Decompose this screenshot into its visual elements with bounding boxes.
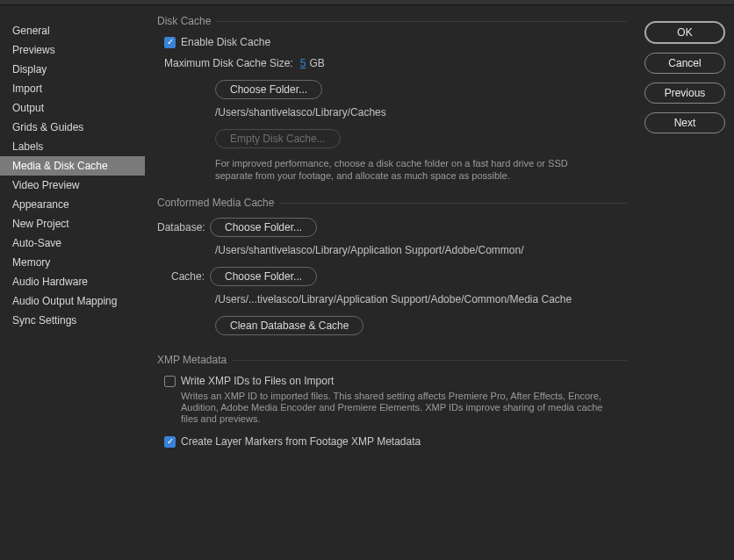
sidebar-item-display[interactable]: Display (0, 60, 145, 79)
conformed-media-cache-panel: Conformed Media Cache Database: Choose F… (157, 203, 627, 355)
enable-disk-cache-checkbox[interactable] (164, 37, 176, 48)
empty-disk-cache-button[interactable]: Empty Disk Cache... (215, 129, 341, 148)
sidebar-item-auto-save[interactable]: Auto-Save (0, 233, 145, 253)
ok-button[interactable]: OK (644, 21, 725, 44)
sidebar-item-media-disk-cache[interactable]: Media & Disk Cache (0, 156, 145, 176)
cache-choose-folder-button[interactable]: Choose Folder... (210, 267, 317, 286)
database-path: /Users/shantivelasco/Library/Application… (215, 241, 627, 263)
database-label: Database: (157, 221, 210, 233)
write-xmp-ids-checkbox[interactable] (164, 376, 176, 387)
max-cache-size-label: Maximum Disk Cache Size: (164, 57, 293, 69)
write-xmp-ids-label: Write XMP IDs to Files on Import (181, 375, 334, 387)
clean-database-cache-button[interactable]: Clean Database & Cache (215, 316, 363, 335)
previous-button[interactable]: Previous (644, 83, 725, 104)
database-choose-folder-button[interactable]: Choose Folder... (210, 218, 317, 237)
sidebar-item-appearance[interactable]: Appearance (0, 195, 145, 214)
sidebar-item-memory[interactable]: Memory (0, 253, 145, 272)
next-button[interactable]: Next (644, 112, 725, 133)
cache-path: /Users/...tivelasco/Library/Application … (215, 290, 627, 312)
disk-cache-help: For improved performance, choose a disk … (215, 157, 601, 182)
sidebar-item-previews[interactable]: Previews (0, 40, 145, 60)
create-layer-markers-label: Create Layer Markers from Footage XMP Me… (181, 435, 421, 448)
disk-cache-choose-folder-button[interactable]: Choose Folder... (215, 80, 322, 99)
cache-label: Cache: (157, 270, 210, 283)
conformed-media-cache-title: Conformed Media Cache (157, 197, 279, 209)
sidebar-item-grids-guides[interactable]: Grids & Guides (0, 118, 145, 137)
sidebar-item-output[interactable]: Output (0, 98, 145, 118)
dialog-buttons: OK Cancel Previous Next (636, 5, 734, 560)
disk-cache-panel: Disk Cache Enable Disk Cache Maximum Dis… (157, 21, 627, 197)
xmp-metadata-panel: XMP Metadata Write XMP IDs to Files on I… (157, 360, 627, 467)
max-cache-size-value[interactable]: 5 (300, 57, 306, 69)
sidebar-item-labels[interactable]: Labels (0, 137, 145, 156)
sidebar-item-audio-hardware[interactable]: Audio Hardware (0, 272, 145, 291)
sidebar-item-import[interactable]: Import (0, 79, 145, 98)
disk-cache-title: Disk Cache (157, 15, 216, 27)
sidebar-item-audio-output-mapping[interactable]: Audio Output Mapping (0, 291, 145, 311)
sidebar-item-new-project[interactable]: New Project (0, 214, 145, 233)
max-cache-size-unit: GB (309, 57, 324, 69)
sidebar-item-general[interactable]: General (0, 21, 145, 40)
sidebar-item-video-preview[interactable]: Video Preview (0, 176, 145, 195)
write-xmp-ids-help: Writes an XMP ID to imported files. This… (181, 391, 620, 425)
main-content: Disk Cache Enable Disk Cache Maximum Dis… (145, 5, 636, 560)
category-sidebar: General Previews Display Import Output G… (0, 5, 145, 560)
create-layer-markers-checkbox[interactable] (164, 436, 176, 448)
disk-cache-path: /Users/shantivelasco/Library/Caches (215, 103, 627, 126)
sidebar-item-sync-settings[interactable]: Sync Settings (0, 311, 145, 330)
xmp-metadata-title: XMP Metadata (157, 354, 232, 366)
enable-disk-cache-label: Enable Disk Cache (181, 36, 270, 48)
cancel-button[interactable]: Cancel (644, 53, 725, 74)
